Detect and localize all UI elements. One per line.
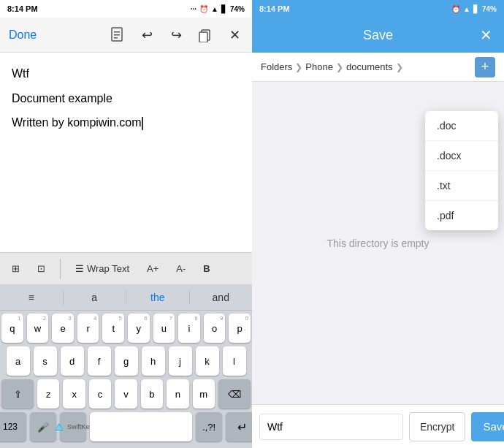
cellular-icon-right: ▋ [473,5,479,13]
editor-content: Wtf Document example Written by kompiwin… [12,64,240,132]
suggestion-a[interactable]: a [64,292,126,303]
key-w[interactable]: 2w [27,314,49,343]
key-shift[interactable]: ⇧ [1,379,34,409]
key-k[interactable]: k [196,346,219,376]
key-row-3: ⇧ z x c v b n m ⌫ [1,379,251,409]
key-e[interactable]: 3e [52,314,74,343]
font-increase-button[interactable]: A+ [141,260,164,277]
key-f[interactable]: f [88,346,111,376]
key-q[interactable]: 1q [1,314,23,343]
redo-icon[interactable]: ↪ [167,26,185,44]
font-increase-icon: A+ [147,263,159,274]
wrap-text-button[interactable]: ☰ Wrap Text [69,260,135,277]
font-decrease-icon: A- [176,263,186,274]
add-icon: + [481,59,489,75]
key-dot[interactable]: .,?! [196,412,222,441]
save-bottom-bar: Encrypt Save [252,404,504,448]
editor-line-2: Document example [12,89,240,108]
right-panel: 8:14 PM ⏰ ▲ ▋ 74% Save ✕ Folders ❯ Phone… [252,0,504,448]
svg-marker-7 [56,425,63,430]
save-header: Save ✕ [252,18,504,53]
breadcrumb-phone[interactable]: Phone [305,61,333,72]
key-row-1: 1q 2w 3e 4r 5t 6y 7u 8i 9o 0p [1,314,251,343]
editor-area[interactable]: Wtf Document example Written by kompiwin… [0,53,252,252]
key-u[interactable]: 7u [153,314,175,343]
breadcrumb-folders[interactable]: Folders [261,61,292,72]
key-i[interactable]: 8i [178,314,200,343]
key-y[interactable]: 6y [128,314,150,343]
layout-button[interactable]: ⊡ [31,260,51,277]
key-m[interactable]: m [193,379,215,409]
key-h[interactable]: h [142,346,165,376]
wifi-icon: ▲ [211,5,218,13]
dropdown-docx[interactable]: .docx [425,141,498,171]
suggestion-menu[interactable]: ≡ [0,292,63,303]
status-icons-right: ⏰ ▲ ▋ 74% [451,5,497,13]
keyboard-area: ≡ a the and 1q 2w 3e 4r 5t 6y 7u 8i 9o 0… [0,284,252,448]
done-button[interactable]: Done [9,29,37,42]
key-row-4: 123 🎤 SwiftKey .,?! ↵ [1,412,251,441]
key-p[interactable]: 0p [229,314,251,343]
wifi-icon-right: ▲ [463,5,470,13]
font-decrease-button[interactable]: A- [170,260,191,277]
svg-rect-2 [114,34,120,36]
save-button[interactable]: Save [471,412,504,441]
editor-line-1: Wtf [12,64,240,83]
dropdown-pdf[interactable]: .pdf [425,201,498,230]
key-c[interactable]: c [89,379,111,409]
key-n[interactable]: n [167,379,188,409]
breadcrumb-documents[interactable]: documents [346,61,393,72]
key-l[interactable]: l [223,346,246,376]
svg-rect-3 [114,37,118,39]
key-x[interactable]: x [63,379,85,409]
swiftkey-logo: SwiftKey [53,422,93,432]
editor-line-3: Written by kompiwin.com [12,113,240,132]
add-folder-button[interactable]: + [475,57,495,77]
status-icons-left: ··· ⏰ ▲ ▋ 74% [191,5,245,13]
key-v[interactable]: v [115,379,137,409]
save-close-button[interactable]: ✕ [480,26,492,44]
key-emoji[interactable]: SwiftKey [60,412,86,441]
key-mic[interactable]: 🎤 [30,412,56,441]
copy-icon[interactable] [196,26,214,44]
close-icon[interactable]: ✕ [226,26,243,44]
suggestion-the[interactable]: the [126,292,189,303]
grid-view-button[interactable]: ⊞ [6,260,26,277]
toolbar-icons: ↩ ↪ ✕ [109,26,243,44]
svg-rect-5 [199,32,207,42]
key-z[interactable]: z [37,379,59,409]
key-delete[interactable]: ⌫ [218,379,251,409]
key-r[interactable]: 4r [77,314,99,343]
suggestion-and[interactable]: and [190,292,253,303]
suggestion-bar: ≡ a the and [0,284,252,311]
grid-icon: ⊞ [12,263,20,274]
key-s[interactable]: s [34,346,57,376]
key-t[interactable]: 5t [102,314,124,343]
format-divider [60,259,61,279]
key-g[interactable]: g [115,346,138,376]
dropdown-doc[interactable]: .doc [425,111,498,141]
key-d[interactable]: d [61,346,84,376]
layout-icon: ⊡ [37,263,45,274]
battery-left: 74% [230,5,245,13]
key-space[interactable] [90,412,192,441]
key-j[interactable]: j [169,346,192,376]
file-browser: This directory is empty .doc .docx .txt … [252,82,504,404]
bold-button[interactable]: B [197,260,215,277]
battery-right: 74% [482,5,497,13]
alarm-icon-right: ⏰ [451,5,460,13]
key-b[interactable]: b [141,379,163,409]
alarm-icon: ⏰ [199,5,208,13]
chevron-icon-2: ❯ [336,62,343,72]
key-123[interactable]: 123 [0,412,26,441]
key-a[interactable]: a [7,346,30,376]
undo-icon[interactable]: ↩ [138,26,156,44]
format-dropdown: .doc .docx .txt .pdf [425,111,498,230]
filename-input[interactable] [259,414,403,440]
time-right: 8:14 PM [259,4,290,13]
document-icon[interactable] [109,26,126,44]
dropdown-txt[interactable]: .txt [425,171,498,201]
encrypt-button[interactable]: Encrypt [409,412,465,441]
status-bar-right: 8:14 PM ⏰ ▲ ▋ 74% [252,0,504,18]
key-o[interactable]: 9o [204,314,226,343]
